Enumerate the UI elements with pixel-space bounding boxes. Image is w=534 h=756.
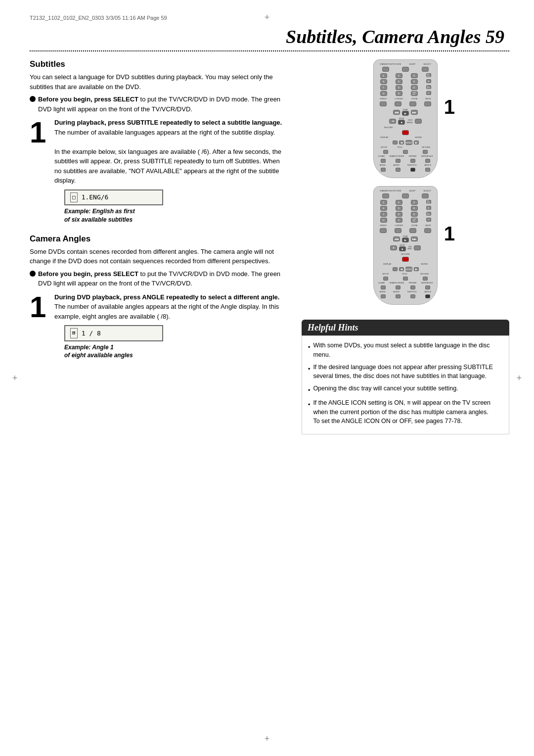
remote2-btn-return [423, 277, 428, 281]
remote2-btn-angle [425, 294, 430, 298]
remote-btn-setup [383, 150, 388, 154]
remote2-btn-play: ▶ [402, 237, 409, 242]
camera-before-begin: Before you begin, press SELECT to put th… [30, 269, 287, 288]
angle-display-icon: ⊞ [70, 328, 78, 338]
remote2-btn-display [393, 267, 398, 271]
bullet-dot-1 [30, 96, 36, 102]
remote2-btn-2: 2 [396, 200, 402, 205]
remote2-btn-speed [380, 228, 387, 233]
helpful-hints-header: Helpful Hints [302, 320, 509, 335]
remote-btn-ch-up: ▲CH [426, 73, 431, 77]
dotted-separator [30, 50, 509, 51]
remote-btn-return [423, 150, 428, 154]
remote-btn-back: ◀ [389, 119, 396, 124]
remote2-btn-8: 8 [396, 212, 402, 217]
hint-bullet-4: • [308, 400, 310, 426]
remote2-btn-mute [424, 228, 431, 233]
remote2-btn-select [422, 193, 429, 198]
remote-btn-6: 6 [411, 79, 418, 84]
remote-btn-ch-down: ▼ [426, 79, 431, 83]
remote-btn-audio [396, 168, 400, 172]
remote-btn-100: +100+10 [411, 91, 418, 96]
remote-top-btns-1 [376, 67, 435, 72]
remote2-btn-7: 7 [380, 212, 387, 217]
subtitle-display-icon: □ [70, 192, 78, 203]
remote-1-container: STANDBYON PICTURE SLEEP SELECT 1 [302, 59, 509, 178]
remote-btn-nav-right: ▶ [414, 141, 419, 144]
remote-2-container: STANDBYON PICTURE SLEEP SELECT 1 2 [302, 186, 509, 305]
header-meta: T2132_1102_0102_EN2_0303 3/3/05 11:16 AM… [30, 15, 167, 21]
remote-btn-subtitle-1 [410, 168, 415, 172]
subtitles-intro: You can select a language for DVD subtit… [30, 72, 287, 92]
camera-angles-section: Camera Angles Some DVDs contain scenes r… [30, 234, 287, 365]
remote-btn-2: 2 [396, 73, 402, 78]
helpful-hints-section: Helpful Hints • With some DVDs, you must… [302, 318, 509, 434]
remote-btn-1: 1 [380, 73, 387, 78]
remote-btn-speed [380, 101, 387, 106]
remote-btn-pause: II [380, 91, 387, 96]
remote-btn-9: 9 [411, 85, 418, 90]
remote2-btn-ch-down: ▼ [426, 206, 431, 210]
remote-btn-stop: ■ [398, 120, 405, 125]
hint-bullet-3: • [308, 386, 310, 395]
remote2-btn-fwd: ▶▶ [411, 236, 418, 241]
hint-item-3: • Opening the disc tray will cancel your… [308, 384, 503, 395]
remote-btn-repeat [410, 159, 415, 163]
hint-item-1: • With some DVDs, you must select a subt… [308, 341, 503, 360]
crosshair-right: + [514, 373, 524, 383]
remote2-btn-search [396, 285, 400, 289]
remote2-btn-sleep [402, 193, 409, 198]
hint-text-4: If the ANGLE ICON setting is ON, ≡ will … [313, 398, 503, 426]
remote-btn-8: 8 [396, 85, 402, 90]
remote-btn-record [402, 130, 409, 135]
remote2-btn-repeat-ab [425, 285, 430, 289]
remote-btn-enter: ENTER [405, 140, 412, 145]
hint-text-1: With some DVDs, you must select a subtit… [313, 341, 503, 360]
subtitle-caption: Example: English as first of six availab… [64, 207, 287, 224]
hint-text-3: Opening the disc tray will cancel your s… [313, 384, 458, 395]
remote2-btn-subtitle [410, 294, 415, 298]
hint-bullet-2: • [308, 365, 310, 381]
remote2-btn-vol-up: ▲VOL [426, 212, 431, 216]
remote2-btn-3: 3 [411, 200, 418, 205]
remote-btn-clear [381, 159, 386, 163]
remote-top-row-1: STANDBYON PICTURE SLEEP SELECT [376, 63, 435, 65]
remote-btn-mute [424, 101, 431, 106]
hint-text-2: If the desired language does not appear … [313, 363, 503, 381]
angle-display-text: 1 / 8 [82, 329, 101, 338]
remote-btn-search [396, 159, 400, 163]
remote2-btn-rew: ◀◀ [393, 236, 400, 241]
remote-btn-vol-down: ▼ [426, 91, 431, 95]
subtitle-display-box: □ 1.ENG/6 [64, 189, 163, 206]
remote-btn-7: 7 [380, 85, 387, 90]
remote2-btn-creset [395, 228, 401, 233]
remote-btn-3: 3 [411, 73, 418, 78]
step-number-1: 1 [30, 118, 49, 229]
remote-btn-standbyon [382, 67, 389, 72]
subtitle-display-text: 1.ENG/6 [82, 192, 109, 202]
remote-btn-sleep [402, 67, 409, 72]
remote-btn-5: 5 [396, 79, 402, 84]
angle-display-box: ⊞ 1 / 8 [64, 325, 163, 341]
remote2-btn-repeat [410, 285, 415, 289]
remote2-btn-zoom [409, 228, 416, 233]
remote-btn-disc-menu [415, 119, 422, 124]
remote2-btn-enter: ENTER [405, 267, 412, 272]
page: + + + + T2132_1102_0102_EN2_0303 3/3/05 … [0, 0, 534, 756]
remote-control-1: STANDBYON PICTURE SLEEP SELECT 1 [373, 59, 438, 178]
crosshair-left: + [10, 373, 20, 383]
camera-angles-heading: Camera Angles [30, 234, 287, 244]
remote2-btn-audio [396, 294, 400, 298]
camera-angles-intro: Some DVDs contain scenes recorded from d… [30, 247, 287, 266]
remote-btn-title [403, 150, 408, 154]
remote-btn-mode [381, 168, 386, 172]
camera-step1: 1 During DVD playback, press ANGLE repea… [30, 292, 287, 365]
remote2-btn-back: ◀ [390, 245, 397, 250]
remote-btn-creset [395, 101, 401, 106]
remote2-btn-setup [383, 277, 388, 281]
left-column: Subtitles You can select a language for … [30, 59, 287, 434]
remote2-btn-100: +100+10 [411, 218, 418, 223]
remote-btn-fwd: ▶▶ [411, 110, 418, 115]
remote2-btn-pause: II [380, 218, 387, 223]
remote2-btn-mode [381, 294, 386, 298]
